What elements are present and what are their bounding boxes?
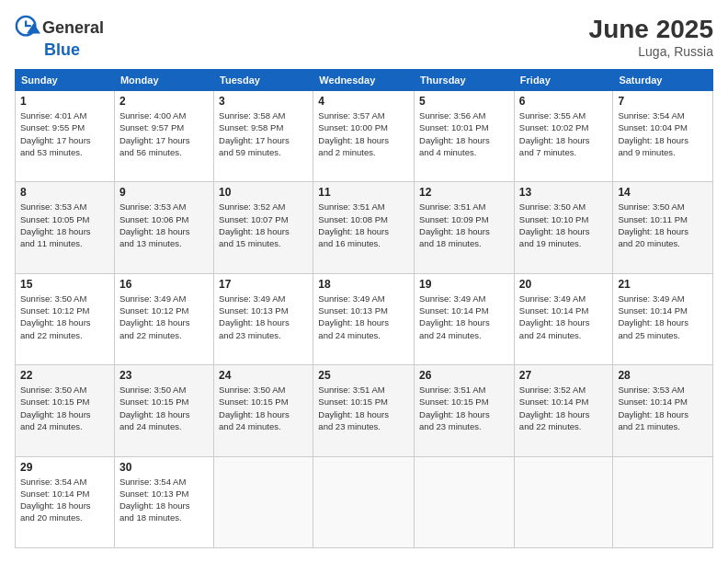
day-number: 8	[20, 186, 109, 199]
day-info: Sunrise: 3:51 AMSunset: 10:15 PMDaylight…	[318, 384, 409, 432]
table-row: 9Sunrise: 3:53 AMSunset: 10:06 PMDayligh…	[114, 182, 213, 273]
day-number: 25	[318, 369, 409, 382]
table-row: 18Sunrise: 3:49 AMSunset: 10:13 PMDaylig…	[313, 273, 415, 364]
col-sunday: Sunday	[16, 70, 115, 91]
day-number: 12	[419, 186, 509, 199]
day-info: Sunrise: 3:54 AMSunset: 10:13 PMDaylight…	[119, 476, 209, 524]
table-row: 15Sunrise: 3:50 AMSunset: 10:12 PMDaylig…	[16, 273, 115, 364]
day-info: Sunrise: 3:50 AMSunset: 10:11 PMDaylight…	[618, 201, 708, 249]
table-row: 12Sunrise: 3:51 AMSunset: 10:09 PMDaylig…	[415, 182, 515, 273]
logo: General Blue	[15, 15, 104, 60]
table-row: 14Sunrise: 3:50 AMSunset: 10:11 PMDaylig…	[613, 182, 713, 273]
day-info: Sunrise: 3:50 AMSunset: 10:10 PMDaylight…	[519, 201, 609, 249]
col-wednesday: Wednesday	[313, 70, 415, 91]
page: General Blue June 2025 Luga, Russia Sund…	[0, 0, 728, 563]
table-row: 19Sunrise: 3:49 AMSunset: 10:14 PMDaylig…	[415, 273, 515, 364]
day-number: 17	[219, 278, 308, 291]
day-info: Sunrise: 3:54 AMSunset: 10:14 PMDaylight…	[20, 476, 109, 524]
table-row: 16Sunrise: 3:49 AMSunset: 10:12 PMDaylig…	[114, 273, 213, 364]
calendar-week-row: 22Sunrise: 3:50 AMSunset: 10:15 PMDaylig…	[16, 365, 713, 456]
table-row: 3Sunrise: 3:58 AMSunset: 9:58 PMDaylight…	[214, 91, 313, 182]
table-row	[613, 456, 713, 547]
title-block: June 2025 Luga, Russia	[589, 15, 713, 59]
day-number: 28	[618, 369, 708, 382]
calendar-week-row: 15Sunrise: 3:50 AMSunset: 10:12 PMDaylig…	[16, 273, 713, 364]
day-info: Sunrise: 3:52 AMSunset: 10:14 PMDaylight…	[519, 384, 609, 432]
location: Luga, Russia	[589, 44, 713, 59]
table-row: 17Sunrise: 3:49 AMSunset: 10:13 PMDaylig…	[214, 273, 313, 364]
table-row: 8Sunrise: 3:53 AMSunset: 10:05 PMDayligh…	[16, 182, 115, 273]
table-row: 28Sunrise: 3:53 AMSunset: 10:14 PMDaylig…	[613, 365, 713, 456]
day-number: 19	[419, 278, 509, 291]
col-monday: Monday	[114, 70, 213, 91]
day-number: 20	[519, 278, 609, 291]
table-row	[514, 456, 613, 547]
day-number: 7	[618, 95, 708, 108]
day-info: Sunrise: 3:49 AMSunset: 10:14 PMDaylight…	[618, 293, 708, 341]
day-number: 5	[419, 95, 509, 108]
table-row: 11Sunrise: 3:51 AMSunset: 10:08 PMDaylig…	[313, 182, 415, 273]
col-friday: Friday	[514, 70, 613, 91]
day-info: Sunrise: 3:53 AMSunset: 10:05 PMDaylight…	[20, 201, 109, 249]
table-row	[214, 456, 313, 547]
table-row: 22Sunrise: 3:50 AMSunset: 10:15 PMDaylig…	[16, 365, 115, 456]
day-info: Sunrise: 3:58 AMSunset: 9:58 PMDaylight:…	[219, 109, 308, 158]
table-row	[313, 456, 415, 547]
day-number: 11	[318, 186, 409, 199]
day-info: Sunrise: 3:51 AMSunset: 10:08 PMDaylight…	[318, 201, 409, 249]
logo-icon	[15, 15, 40, 40]
day-info: Sunrise: 3:49 AMSunset: 10:14 PMDaylight…	[519, 293, 609, 341]
day-info: Sunrise: 4:01 AMSunset: 9:55 PMDaylight:…	[20, 109, 109, 158]
table-row: 24Sunrise: 3:50 AMSunset: 10:15 PMDaylig…	[214, 365, 313, 456]
day-info: Sunrise: 3:55 AMSunset: 10:02 PMDaylight…	[519, 109, 609, 158]
day-info: Sunrise: 3:51 AMSunset: 10:15 PMDaylight…	[419, 384, 509, 432]
day-info: Sunrise: 3:57 AMSunset: 10:00 PMDaylight…	[318, 109, 409, 158]
table-row: 27Sunrise: 3:52 AMSunset: 10:14 PMDaylig…	[514, 365, 613, 456]
day-number: 10	[219, 186, 308, 199]
day-info: Sunrise: 3:50 AMSunset: 10:15 PMDaylight…	[119, 384, 209, 432]
day-info: Sunrise: 3:49 AMSunset: 10:13 PMDaylight…	[318, 293, 409, 341]
day-number: 26	[419, 369, 509, 382]
table-row: 4Sunrise: 3:57 AMSunset: 10:00 PMDayligh…	[313, 91, 415, 182]
day-info: Sunrise: 3:53 AMSunset: 10:06 PMDaylight…	[119, 201, 209, 249]
day-number: 2	[119, 95, 209, 108]
table-row	[415, 456, 515, 547]
day-info: Sunrise: 3:56 AMSunset: 10:01 PMDaylight…	[419, 109, 509, 158]
day-number: 23	[119, 369, 209, 382]
table-row: 29Sunrise: 3:54 AMSunset: 10:14 PMDaylig…	[16, 456, 115, 547]
calendar-week-row: 8Sunrise: 3:53 AMSunset: 10:05 PMDayligh…	[16, 182, 713, 273]
day-number: 24	[219, 369, 308, 382]
table-row: 7Sunrise: 3:54 AMSunset: 10:04 PMDayligh…	[613, 91, 713, 182]
table-row: 20Sunrise: 3:49 AMSunset: 10:14 PMDaylig…	[514, 273, 613, 364]
logo-blue-text: Blue	[44, 40, 80, 60]
day-info: Sunrise: 3:54 AMSunset: 10:04 PMDaylight…	[618, 109, 708, 158]
table-row: 6Sunrise: 3:55 AMSunset: 10:02 PMDayligh…	[514, 91, 613, 182]
col-saturday: Saturday	[613, 70, 713, 91]
table-row: 10Sunrise: 3:52 AMSunset: 10:07 PMDaylig…	[214, 182, 313, 273]
day-number: 13	[519, 186, 609, 199]
day-info: Sunrise: 3:50 AMSunset: 10:15 PMDaylight…	[219, 384, 308, 432]
calendar-week-row: 1Sunrise: 4:01 AMSunset: 9:55 PMDaylight…	[16, 91, 713, 182]
day-info: Sunrise: 3:49 AMSunset: 10:13 PMDaylight…	[219, 293, 308, 341]
table-row: 30Sunrise: 3:54 AMSunset: 10:13 PMDaylig…	[114, 456, 213, 547]
day-info: Sunrise: 3:49 AMSunset: 10:12 PMDaylight…	[119, 293, 209, 341]
month-title: June 2025	[589, 15, 713, 44]
day-number: 3	[219, 95, 308, 108]
day-info: Sunrise: 4:00 AMSunset: 9:57 PMDaylight:…	[119, 109, 209, 158]
table-row: 25Sunrise: 3:51 AMSunset: 10:15 PMDaylig…	[313, 365, 415, 456]
day-number: 30	[119, 461, 209, 474]
day-info: Sunrise: 3:51 AMSunset: 10:09 PMDaylight…	[419, 201, 509, 249]
day-info: Sunrise: 3:52 AMSunset: 10:07 PMDaylight…	[219, 201, 308, 249]
day-number: 18	[318, 278, 409, 291]
table-row: 26Sunrise: 3:51 AMSunset: 10:15 PMDaylig…	[415, 365, 515, 456]
day-number: 14	[618, 186, 708, 199]
day-number: 1	[20, 95, 109, 108]
day-number: 27	[519, 369, 609, 382]
table-row: 23Sunrise: 3:50 AMSunset: 10:15 PMDaylig…	[114, 365, 213, 456]
table-row: 5Sunrise: 3:56 AMSunset: 10:01 PMDayligh…	[415, 91, 515, 182]
day-number: 9	[119, 186, 209, 199]
day-number: 21	[618, 278, 708, 291]
day-number: 16	[119, 278, 209, 291]
day-info: Sunrise: 3:50 AMSunset: 10:12 PMDaylight…	[20, 293, 109, 341]
calendar-week-row: 29Sunrise: 3:54 AMSunset: 10:14 PMDaylig…	[16, 456, 713, 547]
